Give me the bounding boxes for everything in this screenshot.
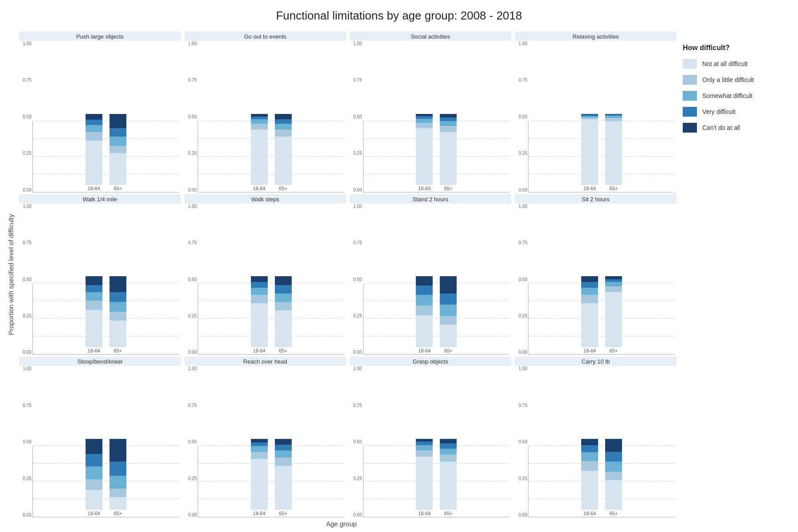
grid-line [364, 481, 510, 481]
grid-rows: Push large objects0.000.250.500.751.0018… [17, 31, 678, 518]
x-label: 18-64 [583, 511, 596, 516]
bar-segment [86, 466, 102, 479]
legend-swatch [683, 91, 697, 101]
bar-segment [110, 146, 126, 153]
legend-item: Only a little difficult [683, 75, 785, 85]
grid-lines [198, 446, 344, 517]
legend-label: Somewhat difficult [702, 92, 752, 99]
y-tick-labels: 0.000.250.500.751.00 [184, 367, 198, 517]
bar-group: 65+ [110, 439, 126, 516]
y-tick: 0.75 [351, 241, 362, 245]
grid-line [528, 336, 675, 336]
bars-area: 18-6465+ [363, 121, 510, 192]
y-tick: 1.00 [185, 204, 197, 209]
y-tick: 0.25 [516, 477, 527, 481]
y-tick-labels: 0.000.250.500.751.00 [350, 204, 363, 355]
facet-title: Walk 1/4 mile [19, 194, 181, 203]
grid-line [528, 463, 675, 464]
bars-area: 18-6465+ [198, 284, 344, 355]
bar-segment [440, 449, 457, 454]
legend-swatch [683, 123, 697, 133]
stacked-bar [251, 439, 268, 510]
bar-segment [275, 439, 292, 445]
x-label: 65+ [610, 511, 618, 516]
facet-title: Go out to events [184, 31, 346, 41]
bar-segment [416, 445, 433, 450]
grid-lines [528, 284, 675, 354]
y-tick: 0.75 [516, 241, 527, 245]
y-tick: 0.50 [20, 115, 31, 119]
bar-segment [605, 462, 622, 471]
y-axis-label-container: Proportion with specified level of diffi… [4, 31, 678, 518]
bar-group: 65+ [605, 439, 622, 516]
facet-plot: 0.000.250.500.751.0018-6465+ [19, 367, 181, 517]
bar-segment [251, 446, 268, 452]
bar-segment [416, 119, 433, 123]
y-tick: 0.25 [516, 151, 527, 156]
bar-group: 65+ [605, 114, 622, 191]
x-label: 18-64 [88, 511, 100, 516]
bar-segment [440, 276, 457, 293]
y-axis-label: Proportion with specified level of diffi… [4, 31, 17, 518]
legend-label: Not at all difficult [702, 60, 747, 67]
y-tick-labels: 0.000.250.500.751.00 [350, 367, 363, 517]
grid-line [364, 499, 510, 499]
bar-segment [275, 119, 292, 124]
y-tick: 0.00 [351, 513, 362, 517]
legend-label: Only a little difficult [702, 76, 754, 83]
bar-segment [440, 132, 457, 184]
legend-swatch [683, 75, 697, 85]
grid-line [33, 301, 179, 301]
y-tick: 0.75 [516, 403, 527, 408]
x-label: 18-64 [418, 511, 430, 516]
bar-group: 18-64 [581, 114, 598, 191]
grid-line [33, 481, 179, 481]
grid-lines [364, 121, 510, 192]
bar-segment [440, 462, 457, 510]
y-tick: 0.00 [351, 350, 362, 355]
bar-segment [86, 479, 102, 490]
stacked-bar [86, 439, 102, 510]
bar-segment [110, 128, 126, 137]
y-tick: 1.00 [351, 367, 362, 371]
grid-line [198, 481, 344, 481]
bar-segment [416, 286, 433, 295]
chart-container: Functional limitations by age group: 200… [0, 0, 798, 532]
facet-row: Stoop/bend/kneel0.000.250.500.751.0018-6… [17, 356, 678, 518]
y-tick: 0.00 [20, 350, 31, 355]
bar-segment [110, 476, 126, 489]
grid-line [364, 301, 510, 301]
y-tick: 0.00 [516, 513, 527, 517]
bars-area: 18-6465+ [198, 446, 344, 517]
grid-line [198, 283, 344, 283]
grid-lines [364, 446, 510, 517]
grid-line [198, 463, 344, 464]
y-tick: 0.25 [351, 314, 362, 318]
y-tick: 0.75 [20, 403, 31, 408]
y-tick-labels: 0.000.250.500.751.00 [515, 367, 528, 517]
bar-group: 65+ [275, 276, 292, 353]
bar-group: 18-64 [251, 276, 268, 353]
y-tick: 1.00 [516, 367, 527, 371]
facet-title: Grasp objects [350, 356, 512, 366]
grid-lines [528, 121, 675, 192]
bar-segment [275, 124, 292, 129]
stacked-bar [110, 276, 126, 347]
bar-segment [251, 303, 268, 347]
x-label: 65+ [114, 186, 122, 191]
y-tick: 1.00 [351, 42, 362, 46]
grid-line [364, 336, 510, 336]
facet-title: Stoop/bend/kneel [19, 356, 181, 366]
y-tick: 0.00 [20, 513, 31, 517]
bar-group: 18-64 [416, 439, 433, 516]
y-tick: 0.75 [185, 78, 197, 82]
y-tick: 0.25 [516, 314, 527, 318]
grid-line [364, 174, 510, 174]
grid-line [33, 121, 179, 121]
facet-row: Walk 1/4 mile0.000.250.500.751.0018-6465… [17, 193, 678, 356]
bar-segment [251, 129, 268, 185]
bar-group: 18-64 [86, 276, 102, 353]
y-tick: 1.00 [351, 204, 362, 209]
chart-body: Proportion with specified level of diffi… [4, 31, 794, 528]
y-tick: 0.50 [185, 115, 197, 119]
